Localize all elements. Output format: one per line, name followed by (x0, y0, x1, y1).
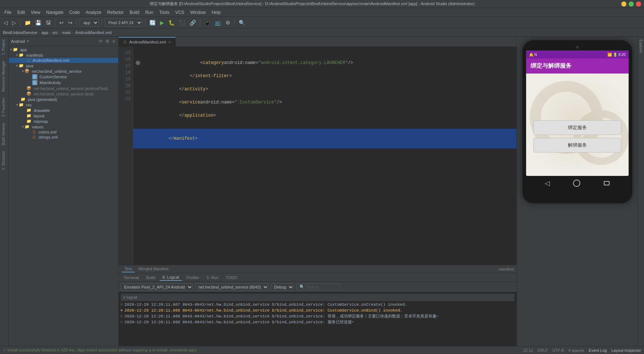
tree-item-14[interactable]: ▾📁values (9, 124, 118, 129)
left-label-project[interactable]: 1: Project (0, 37, 8, 58)
tree-item-9[interactable]: 📁java (generated) (9, 97, 118, 102)
toolbar-back-btn[interactable]: ◁ (2, 19, 9, 26)
panel-sync-icon[interactable]: ⟳ (98, 38, 104, 44)
phone-content: 绑定服务 解绑服务 (526, 74, 629, 176)
menu-item-build[interactable]: Build (127, 9, 142, 16)
sync-btn[interactable]: 🔄 (148, 19, 157, 26)
phone-home-btn[interactable] (573, 180, 580, 187)
tree-item-7[interactable]: 📦net.hw.bind_unbind_service (androidTest… (9, 86, 118, 91)
panel-settings-icon[interactable]: ≡ (111, 38, 116, 44)
tree-item-1[interactable]: ▾📁manifests (9, 52, 118, 58)
toolbar-redo-btn[interactable]: ↪ (67, 19, 74, 26)
chevron-down-icon[interactable]: ▾ (27, 39, 29, 43)
tree-item-5[interactable]: CCustomService (9, 74, 118, 80)
left-label-structure[interactable]: 2: Structure (0, 148, 8, 173)
tree-icon-folder: 📁 (13, 47, 19, 52)
bottom-tab-2[interactable]: 6: Logcat (160, 274, 182, 281)
level-dropdown[interactable]: Debug (271, 283, 294, 291)
tree-label-11: drawable (34, 108, 50, 113)
menu-item-tools[interactable]: Tools (156, 9, 172, 16)
menu-item-vcs[interactable]: VCS (172, 9, 187, 16)
sdk-btn[interactable]: 📱 (203, 19, 212, 26)
menu-item-view[interactable]: View (28, 9, 43, 16)
bottom-tab-3[interactable]: Profiler (183, 275, 202, 280)
toolbar-undo-btn[interactable]: ↩ (58, 19, 65, 26)
log-text-3: 2020-12-29 12:20:11.980 8043-8043/net.hw… (124, 319, 354, 325)
tree-item-12[interactable]: 📁layout (9, 113, 118, 118)
tree-item-0[interactable]: ▾📁app (9, 47, 118, 52)
tree-label-13: mipmap (34, 119, 48, 124)
panel-gear-icon[interactable]: ⚙ (104, 38, 111, 44)
title-bar-title: 绑定与解绑服务 [D:\AndroidStudioProjects\BindUn… (3, 1, 621, 7)
tree-item-4[interactable]: ▾📦net.hw.bind_unbind_service (9, 68, 118, 74)
left-label-favorites[interactable]: 2: Favorites (0, 95, 8, 120)
bottom-tab-5[interactable]: TODO (223, 275, 241, 280)
bottom-tab-0[interactable]: Terminal (121, 275, 142, 280)
toolbar-saveall-btn[interactable]: 🖫 (44, 19, 52, 26)
log-line-3: ▷2020-12-29 12:20:11.980 8043-8043/net.h… (121, 319, 514, 325)
phone-back-icon[interactable]: ◁ (545, 179, 550, 187)
toolbar-forward-btn[interactable]: ▷ (11, 19, 18, 26)
menu-item-edit[interactable]: Edit (14, 9, 28, 16)
menu-item-code[interactable]: Code (66, 9, 83, 16)
log-text-2: 2020-12-29 12:20:11.968 8043-8043/net.hw… (124, 313, 439, 319)
footer-tab-merged[interactable]: Merged Manifest (135, 266, 171, 272)
maximize-button[interactable] (629, 1, 634, 7)
menu-item-run[interactable]: Run (142, 9, 156, 16)
debug-btn[interactable]: 🐛 (167, 19, 176, 26)
menu-item-navigate[interactable]: Navigate (43, 9, 66, 16)
bottom-tab-1[interactable]: Build (144, 275, 158, 280)
run-btn[interactable]: ▶ (159, 19, 165, 26)
tree-item-16[interactable]: 🗋strings.xml (9, 135, 118, 140)
code-content[interactable]: ⬤ <category android:name="android.intent… (133, 47, 517, 265)
menu-item-file[interactable]: File (1, 9, 14, 16)
toolbar-open-btn[interactable]: 📁 (23, 19, 32, 26)
menu-item-refactor[interactable]: Refactor (104, 9, 127, 16)
left-label-buildvariants[interactable]: Build Variants (0, 120, 8, 148)
minimize-button[interactable] (621, 1, 626, 7)
phone-bind-btn[interactable]: 绑定服务 (533, 120, 621, 135)
settings-btn[interactable]: ⚙ (224, 19, 232, 26)
tree-label-4: net.hw.bind_unbind_service (32, 69, 82, 74)
toolbar-save-btn[interactable]: 💾 (34, 19, 43, 26)
footer-tab-text[interactable]: Text (122, 266, 135, 272)
tree-item-13[interactable]: 📁mipmap (9, 118, 118, 124)
editor-tabs: 🗋 AndroidManifest.xml ✕ (119, 37, 517, 47)
menu-item-analyze[interactable]: Analyze (83, 9, 104, 16)
app-dropdown[interactable]: app (79, 19, 99, 27)
event-log-label[interactable]: Event Log (589, 348, 607, 353)
logcat-panel: TerminalBuild6: LogcatProfiler5: RunTODO… (119, 273, 517, 346)
editor-footer-tabs: Text Merged Manifest (122, 266, 171, 272)
attach-btn[interactable]: 🔗 (188, 19, 197, 26)
close-button[interactable] (636, 1, 641, 7)
toolbar-sep-2 (55, 19, 55, 26)
emulator-dropdown[interactable]: Emulator Pixel_2_API_24 Android (121, 283, 193, 291)
tree-item-15[interactable]: 🗋colors.xml (9, 129, 118, 135)
tree-icon-values: 🗋 (32, 130, 37, 134)
phone-unbind-btn[interactable]: 解绑服务 (533, 138, 621, 152)
stop-btn[interactable]: ⬛ (178, 19, 187, 26)
left-label-resource[interactable]: Resource Manager (0, 58, 8, 95)
right-label-explorer[interactable]: Explorer (637, 37, 644, 56)
toolbar-sep-6 (200, 19, 200, 26)
tree-item-3[interactable]: ▾📁java (9, 63, 118, 68)
layout-inspector-label[interactable]: Layout Inspector (611, 348, 641, 353)
search-btn[interactable]: 🔍 (237, 19, 246, 26)
tree-label-1: manifests (26, 53, 43, 57)
editor-tab-androidmanifest[interactable]: 🗋 AndroidManifest.xml ✕ (119, 37, 176, 46)
phone-recents-btn[interactable] (604, 181, 610, 185)
menu-item-window[interactable]: Window (187, 9, 209, 16)
package-dropdown[interactable]: net.hw.bind_unbind_service (8043) (195, 283, 269, 291)
bottom-tab-4[interactable]: 5: Run (204, 275, 221, 280)
avd-btn[interactable]: 📺 (213, 19, 223, 26)
device-dropdown[interactable]: Pixel 2 API 24 (104, 19, 142, 27)
tree-item-6[interactable]: CMainActivity (9, 80, 118, 86)
menu-item-help[interactable]: Help (209, 9, 224, 16)
tab-close-icon[interactable]: ✕ (168, 40, 171, 44)
tree-item-2[interactable]: 🗋AndroidManifest.xml (9, 58, 118, 63)
tree-item-8[interactable]: 📦net.hw.bind_unbind_service (test) (9, 91, 118, 97)
logcat-search-btn[interactable]: 🔍 Search (296, 283, 340, 290)
tree-icon-package: 📦 (25, 69, 31, 74)
tree-item-10[interactable]: ▾📁res (9, 102, 118, 108)
tree-item-11[interactable]: 📁drawable (9, 108, 118, 113)
